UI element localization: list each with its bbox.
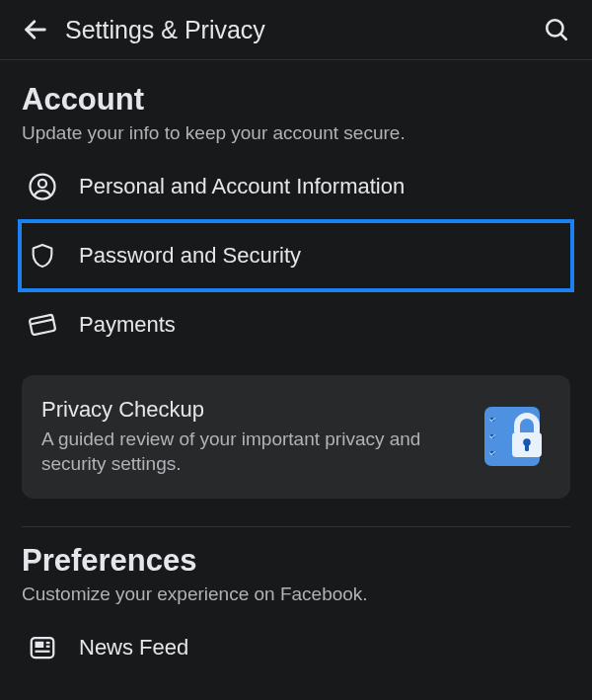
account-menu: Personal and Account Information Passwor… xyxy=(22,156,570,355)
menu-label: Payments xyxy=(79,312,176,338)
shield-icon xyxy=(28,241,57,271)
section-divider xyxy=(22,526,570,527)
search-button[interactable] xyxy=(539,12,574,47)
menu-label: Personal and Account Information xyxy=(79,174,405,199)
search-icon xyxy=(544,17,569,42)
section-subtitle-account: Update your info to keep your account se… xyxy=(22,121,570,146)
header: Settings & Privacy xyxy=(0,0,592,60)
svg-line-6 xyxy=(32,319,54,324)
privacy-checkup-card[interactable]: Privacy Checkup A guided review of your … xyxy=(22,375,570,499)
card-subtitle: A guided review of your important privac… xyxy=(41,427,466,477)
svg-point-4 xyxy=(38,180,46,188)
preferences-menu: News Feed xyxy=(22,617,570,678)
back-button[interactable] xyxy=(18,12,53,47)
menu-item-payments[interactable]: Payments xyxy=(22,294,570,355)
svg-rect-5 xyxy=(30,314,56,335)
section-subtitle-preferences: Customize your experience on Facebook. xyxy=(22,583,570,607)
menu-item-personal-info[interactable]: Personal and Account Information xyxy=(22,156,570,217)
menu-label: News Feed xyxy=(79,635,188,661)
page-title: Settings & Privacy xyxy=(65,16,539,44)
arrow-left-icon xyxy=(22,16,49,43)
card-title: Privacy Checkup xyxy=(41,397,466,423)
news-feed-icon xyxy=(28,633,57,662)
svg-rect-13 xyxy=(525,443,529,451)
menu-item-news-feed[interactable]: News Feed xyxy=(22,617,570,678)
user-circle-icon xyxy=(28,172,57,201)
menu-item-password-security[interactable]: Password and Security xyxy=(18,219,574,292)
credit-card-icon xyxy=(28,310,57,340)
menu-label: Password and Security xyxy=(79,243,301,269)
content: Account Update your info to keep your ac… xyxy=(0,60,592,678)
section-title-account: Account xyxy=(22,82,570,117)
section-title-preferences: Preferences xyxy=(22,543,570,579)
svg-line-2 xyxy=(560,34,565,39)
privacy-checkup-icon xyxy=(481,402,551,471)
svg-rect-15 xyxy=(36,641,44,647)
card-text: Privacy Checkup A guided review of your … xyxy=(41,397,481,477)
